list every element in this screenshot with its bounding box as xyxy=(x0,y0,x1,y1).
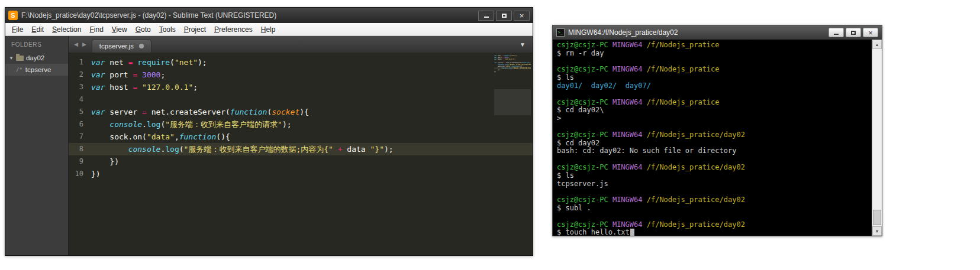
maximize-button[interactable] xyxy=(496,11,512,21)
terminal-text-segment: /f/Nodejs_pratice/day02 xyxy=(647,196,745,204)
terminal-text-segment: csjz@csjz-PC xyxy=(557,220,612,229)
nav-back-icon[interactable]: ◀ xyxy=(74,41,78,47)
code-line-7[interactable]: 7 sock.on("data",function(){ xyxy=(69,131,533,143)
menu-item-find[interactable]: Find xyxy=(85,24,107,35)
menu-item-tools[interactable]: Tools xyxy=(155,24,180,35)
code-line-1[interactable]: 1var net = require("net"); xyxy=(69,56,533,69)
terminal-line-10: > xyxy=(557,115,868,123)
terminal-text-segment: /f/Nodejs_pratice xyxy=(647,41,720,49)
terminal-text-segment: tcpserver.js xyxy=(557,180,608,188)
terminal-line-20: csjz@csjz-PC MINGW64 /f/Nodejs_pratice/d… xyxy=(557,196,868,204)
terminal-text-segment xyxy=(582,82,591,90)
scroll-up-button[interactable]: ▲ xyxy=(872,40,882,49)
maximize-button[interactable] xyxy=(846,28,861,37)
sidebar-item-day02-folder[interactable]: ▼ day02 xyxy=(5,52,68,64)
code-line-5[interactable]: 5var server = net.createServer(function(… xyxy=(69,106,533,118)
minimize-button[interactable] xyxy=(829,28,844,37)
terminal-line-12: csjz@csjz-PC MINGW64 /f/Nodejs_pratice/d… xyxy=(557,131,868,139)
menu-bar: FileEditSelectionFindViewGotoToolsProjec… xyxy=(5,23,533,36)
menu-item-help[interactable]: Help xyxy=(257,24,280,35)
terminal-line-16: csjz@csjz-PC MINGW64 /f/Nodejs_pratice/d… xyxy=(557,164,868,172)
terminal-content[interactable]: csjz@csjz-PC MINGW64 /f/Nodejs_pratice$ … xyxy=(553,40,872,236)
terminal-line-22 xyxy=(557,213,868,221)
code-line-2[interactable]: 2var port = 3000; xyxy=(69,69,533,81)
sublime-titlebar[interactable]: S F:\Nodejs_pratice\day02\tcpserver.js -… xyxy=(5,8,533,23)
terminal-text-segment: $ rm -r day xyxy=(557,49,604,57)
menu-item-view[interactable]: View xyxy=(108,24,131,35)
line-number: 4 xyxy=(69,93,91,106)
minimize-icon xyxy=(484,17,489,18)
scrollbar-thumb[interactable] xyxy=(873,210,881,225)
minimap[interactable]: var net = require("net");var port = 3000… xyxy=(494,55,531,135)
file-label: tcpserve xyxy=(25,66,51,73)
code-line-6[interactable]: 6 console.log("服务端：收到来自客户端的请求"); xyxy=(69,118,533,131)
editor-pane: ◀ ▶ tcpserver.js ▼ 1var net = require("n… xyxy=(69,36,533,255)
line-number: 3 xyxy=(69,81,91,93)
menu-item-selection[interactable]: Selection xyxy=(48,24,85,35)
sublime-window-title: F:\Nodejs_pratice\day02\tcpserver.js - (… xyxy=(21,11,478,19)
sublime-window: S F:\Nodejs_pratice\day02\tcpserver.js -… xyxy=(5,7,533,256)
terminal-body: csjz@csjz-PC MINGW64 /f/Nodejs_pratice$ … xyxy=(553,40,882,236)
terminal-text-segment: day02/ xyxy=(591,82,617,90)
tab-tcpserver-js[interactable]: tcpserver.js xyxy=(92,39,151,53)
terminal-text-segment: $ subl . xyxy=(557,204,591,212)
terminal-line-11 xyxy=(557,123,868,131)
minimap-code: var net = require("net");var port = 3000… xyxy=(494,55,531,73)
code-area[interactable]: 1var net = require("net");2var port = 30… xyxy=(69,53,533,255)
terminal-line-9: $ cd day02\ xyxy=(557,106,868,115)
line-number: 1 xyxy=(69,56,91,69)
tab-label: tcpserver.js xyxy=(99,43,134,50)
close-button[interactable]: × xyxy=(514,11,530,21)
terminal-titlebar[interactable]: >_ MINGW64:/f/Nodejs_pratice/day02 × xyxy=(553,25,882,40)
minimap-viewport[interactable] xyxy=(494,89,531,115)
terminal-line-18: tcpserver.js xyxy=(557,180,868,188)
terminal-text-segment: MINGW64 xyxy=(612,131,647,139)
terminal-line-8: csjz@csjz-PC MINGW64 /f/Nodejs_pratice xyxy=(557,99,868,107)
terminal-text-segment: MINGW64 xyxy=(612,163,647,171)
code-line-9[interactable]: 9 }) xyxy=(69,155,533,168)
scroll-down-button[interactable]: ▼ xyxy=(872,226,882,236)
line-number: 2 xyxy=(69,69,91,81)
code-line-8[interactable]: 8 console.log("服务端：收到来自客户端的数据;内容为{" + da… xyxy=(69,143,533,155)
menu-item-goto[interactable]: Goto xyxy=(131,24,155,35)
terminal-text-segment: csjz@csjz-PC xyxy=(557,131,612,139)
terminal-text-segment: MINGW64 xyxy=(612,65,647,73)
terminal-line-1: csjz@csjz-PC MINGW64 /f/Nodejs_pratice xyxy=(557,41,868,50)
terminal-text-segment xyxy=(617,82,625,90)
folder-expand-icon[interactable]: ▼ xyxy=(9,56,14,61)
terminal-line-2: $ rm -r day xyxy=(557,50,868,58)
code-line-3[interactable]: 3var host = "127.0.0.1"; xyxy=(69,81,533,93)
sidebar-item-tcpserver-file[interactable]: /* tcpserve xyxy=(5,64,68,76)
terminal-line-24: $ touch hello.txt xyxy=(557,229,868,236)
folder-label: day02 xyxy=(26,54,44,61)
folder-icon xyxy=(16,56,24,61)
code-line-10[interactable]: 10}) xyxy=(69,168,533,180)
terminal-text-segment: MINGW64 xyxy=(612,41,647,49)
close-button[interactable]: × xyxy=(863,28,878,37)
terminal-line-21: $ subl . xyxy=(557,204,868,213)
minimap-line-10: }) xyxy=(494,71,531,73)
code-lines: 1var net = require("net");2var port = 30… xyxy=(69,56,533,180)
terminal-line-6: day01/ day02/ day07/ xyxy=(557,82,868,90)
menu-item-file[interactable]: File xyxy=(8,24,27,35)
minimize-icon xyxy=(834,34,839,35)
close-icon: × xyxy=(520,12,524,19)
line-number: 8 xyxy=(69,143,91,155)
menu-item-project[interactable]: Project xyxy=(180,24,210,35)
terminal-text-segment: /f/Nodejs_pratice xyxy=(647,65,720,73)
terminal-cursor xyxy=(630,229,634,236)
terminal-scrollbar[interactable]: ▲ ▼ xyxy=(872,40,882,236)
minimize-button[interactable] xyxy=(478,11,494,21)
terminal-line-4: csjz@csjz-PC MINGW64 /f/Nodejs_pratice xyxy=(557,66,868,74)
code-line-4[interactable]: 4 xyxy=(69,93,533,106)
menu-item-edit[interactable]: Edit xyxy=(27,24,48,35)
sublime-app-icon: S xyxy=(8,11,18,20)
terminal-text-segment: csjz@csjz-PC xyxy=(557,65,612,73)
terminal-text-segment: /f/Nodejs_pratice/day02 xyxy=(647,220,745,229)
menu-item-preferences[interactable]: Preferences xyxy=(210,24,257,35)
terminal-text-segment: /f/Nodejs_pratice xyxy=(647,98,720,106)
terminal-text-segment: bash: cd: day02: No such file or directo… xyxy=(557,147,736,155)
terminal-window-title: MINGW64:/f/Nodejs_pratice/day02 xyxy=(568,28,825,37)
nav-forward-icon[interactable]: ▶ xyxy=(82,41,86,47)
tab-overflow-button[interactable]: ▼ xyxy=(520,41,526,48)
